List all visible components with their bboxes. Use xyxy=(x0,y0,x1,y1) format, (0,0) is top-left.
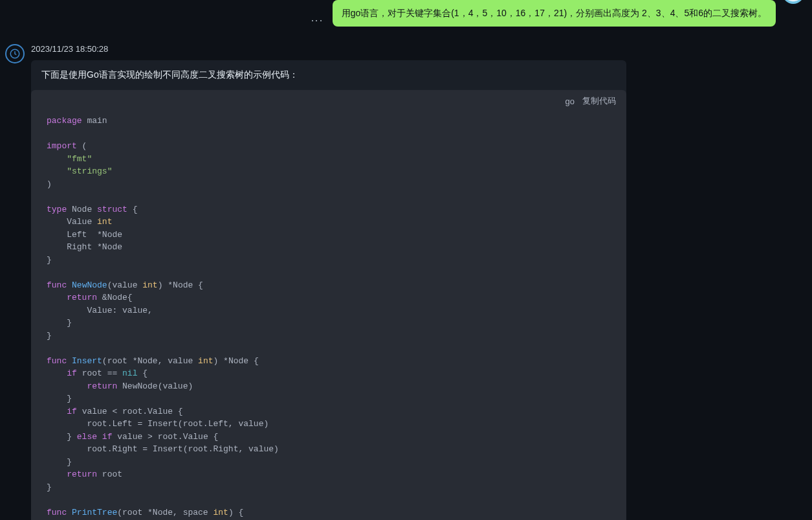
fn-printtree: PrintTree xyxy=(72,508,117,517)
fn-insert: Insert xyxy=(72,356,102,366)
ins-ret-root: root xyxy=(97,469,122,479)
import-fmt: "fmt" xyxy=(67,154,92,164)
assistant-bubble: 下面是使用Go语言实现的绘制不同高度二叉搜索树的示例代码： go 复制代码 pa… xyxy=(31,60,626,520)
lit-nil: nil xyxy=(122,368,137,378)
kw-struct: struct xyxy=(97,205,127,214)
fn-newnode: NewNode xyxy=(72,280,107,290)
kw-func3: func xyxy=(47,508,67,517)
code-block: go 复制代码 package main import ( "fmt" "str… xyxy=(31,90,626,520)
kw-func2: func xyxy=(47,356,67,366)
ins-elseif: value > root.Value { xyxy=(112,432,218,442)
nn-sig-rest: ) *Node { xyxy=(158,280,203,290)
field-value: Value xyxy=(67,217,97,227)
user-message-row: ⋮ 用go语言，对于关键字集合(1，4，5，10，16，17，21)，分别画出高… xyxy=(0,0,812,28)
code-lang-label: go xyxy=(565,96,575,106)
user-avatar[interactable] xyxy=(782,0,804,4)
kw-if2: if xyxy=(67,407,77,416)
nn-param: value xyxy=(112,280,142,290)
ins-right: root.Right = Insert(root.Right, value) xyxy=(87,444,278,454)
nn-body2: Value: value, xyxy=(87,306,152,315)
kw-if3: if xyxy=(102,432,113,442)
assistant-avatar[interactable] xyxy=(5,44,25,63)
ins-if2: value < root.Value { xyxy=(77,407,183,416)
import-strings: "strings" xyxy=(67,166,112,176)
pt-sig1: (root *Node, space xyxy=(117,508,213,517)
code-header: go 复制代码 xyxy=(31,90,626,112)
code-content[interactable]: package main import ( "fmt" "strings" ) … xyxy=(31,112,626,520)
kw-return2: return xyxy=(87,381,117,391)
more-icon[interactable]: ⋮ xyxy=(310,15,324,28)
kw-package: package xyxy=(47,116,82,126)
type-name: Node xyxy=(67,205,97,214)
kw-import: import xyxy=(47,141,77,151)
kw-return3: return xyxy=(67,469,97,479)
ins-left: root.Left = Insert(root.Left, value) xyxy=(87,419,269,429)
kw-type: type xyxy=(47,205,67,214)
type-int1: int xyxy=(97,217,112,227)
copy-code-button[interactable]: 复制代码 xyxy=(582,95,616,107)
assistant-intro-text: 下面是使用Go语言实现的绘制不同高度二叉搜索树的示例代码： xyxy=(41,69,616,81)
field-right: Right *Node xyxy=(67,242,122,252)
type-int3: int xyxy=(198,356,213,366)
field-left: Left *Node xyxy=(67,230,122,240)
ins-if1-end: { xyxy=(137,368,148,378)
assistant-message-row: 2023/11/23 18:50:28 下面是使用Go语言实现的绘制不同高度二叉… xyxy=(0,28,812,520)
user-message-text: 用go语言，对于关键字集合(1，4，5，10，16，17，21)，分别画出高度为… xyxy=(342,8,767,18)
kw-func1: func xyxy=(47,280,67,290)
pt-sig2: ) { xyxy=(228,508,243,517)
ins-sig2: ) *Node { xyxy=(213,356,258,366)
type-int4: int xyxy=(213,508,228,517)
kw-return1: return xyxy=(67,293,97,302)
assistant-column: 2023/11/23 18:50:28 下面是使用Go语言实现的绘制不同高度二叉… xyxy=(31,44,626,520)
user-message-bubble: 用go语言，对于关键字集合(1，4，5，10，16，17，21)，分别画出高度为… xyxy=(333,0,776,27)
nn-body1: &Node{ xyxy=(97,293,133,302)
pkg-name: main xyxy=(82,116,107,126)
type-int2: int xyxy=(142,280,157,290)
kw-if1: if xyxy=(67,368,77,378)
ins-if1: root == xyxy=(77,368,122,378)
ins-sig1: (root *Node, value xyxy=(102,356,198,366)
ins-ret-new: NewNode(value) xyxy=(117,381,193,391)
kw-else: else xyxy=(77,432,97,442)
message-timestamp: 2023/11/23 18:50:28 xyxy=(31,44,626,54)
